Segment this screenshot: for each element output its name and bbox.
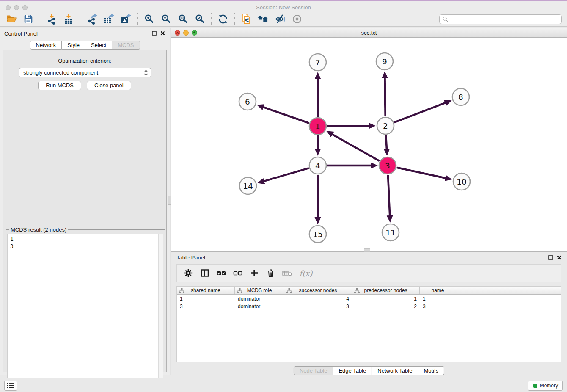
homes-icon: [257, 14, 270, 25]
table-cell[interactable]: 3: [420, 304, 456, 309]
column-header-label: successor nodes: [299, 287, 337, 293]
memory-button[interactable]: Memory: [528, 381, 563, 391]
show-panels-button[interactable]: [4, 381, 17, 391]
criterion-dropdown[interactable]: strongly connected component: [19, 68, 151, 77]
delete-column-button[interactable]: [264, 267, 277, 279]
run-mcds-button[interactable]: Run MCDS: [38, 81, 81, 90]
column-header-MCDS-role[interactable]: MCDS role: [235, 287, 284, 294]
export-network-button[interactable]: [85, 13, 99, 25]
graph-edge-3-1[interactable]: [332, 134, 380, 161]
tab-network[interactable]: Network: [30, 41, 62, 50]
horizontal-splitter-handle[interactable]: [364, 248, 370, 252]
zoom-selected-button[interactable]: [193, 13, 207, 25]
hide-selected-button[interactable]: [273, 13, 287, 25]
table-cell[interactable]: 3: [177, 304, 235, 309]
close-table-panel-icon[interactable]: [556, 255, 562, 260]
column-header-label: MCDS role: [247, 287, 272, 293]
show-hidden-button[interactable]: [290, 13, 304, 25]
import-network-button[interactable]: [44, 13, 59, 25]
column-header-predecessor-nodes[interactable]: predecessor nodes: [352, 287, 420, 294]
float-table-panel-icon[interactable]: [548, 255, 553, 260]
node-table: shared nameMCDS rolesuccessor nodesprede…: [176, 286, 561, 362]
tab-mcds[interactable]: MCDS: [112, 41, 140, 50]
statusbar: Memory: [0, 378, 567, 392]
graph-edge-3-11[interactable]: [388, 175, 390, 216]
network-view-window: x – + scc.txt 1234678910111415: [171, 28, 567, 252]
trash-icon: [266, 268, 275, 278]
network-window-title: scc.txt: [171, 30, 567, 36]
delete-table-button[interactable]: [281, 267, 294, 279]
mcds-result-scrollbar[interactable]: [158, 234, 163, 389]
column-header-shared-name[interactable]: shared name: [177, 287, 235, 294]
graph-node-label-7: 7: [315, 58, 320, 67]
import-table-button[interactable]: [61, 13, 76, 25]
graph-edge-3-10[interactable]: [396, 168, 445, 178]
table-row[interactable]: 1dominator411: [177, 295, 561, 302]
graph-node-label-3: 3: [385, 161, 390, 170]
close-panel-icon[interactable]: [160, 30, 165, 36]
float-panel-icon[interactable]: [151, 30, 157, 36]
table-cell[interactable]: 3: [284, 304, 352, 309]
tab-motifs[interactable]: Motifs: [418, 366, 444, 375]
table-cell[interactable]: dominator: [235, 296, 284, 302]
function-builder-button[interactable]: f(x): [297, 267, 314, 279]
toolbar-separator: [40, 13, 40, 25]
table-cell[interactable]: dominator: [235, 304, 284, 309]
table-cell[interactable]: 1: [177, 296, 235, 302]
search-box[interactable]: [439, 14, 562, 24]
graph-node-label-8: 8: [458, 93, 463, 102]
graph-node-label-14: 14: [243, 182, 253, 190]
table-cell[interactable]: 4: [284, 296, 352, 302]
show-column-button[interactable]: [198, 267, 211, 279]
open-folder-icon: [6, 13, 17, 25]
table-cell[interactable]: 1: [352, 296, 420, 302]
save-session-button[interactable]: [21, 13, 36, 25]
graph-edge-2-8[interactable]: [394, 103, 446, 122]
tab-select[interactable]: Select: [85, 41, 112, 50]
zoom-fit-button[interactable]: [176, 13, 190, 25]
search-input[interactable]: [450, 16, 559, 22]
list-icon: [7, 382, 14, 389]
export-network-icon: [86, 13, 98, 25]
tab-node-table[interactable]: Node Table: [294, 366, 333, 375]
export-table-button[interactable]: [102, 13, 116, 25]
zoom-out-button[interactable]: [159, 13, 173, 25]
mcds-result-fieldset: MCDS result (2 nodes) 13: [6, 229, 165, 391]
graph-edge-2-9[interactable]: [385, 78, 385, 116]
graph-node-label-10: 10: [457, 177, 467, 186]
control-panel-title: Control Panel: [4, 30, 38, 37]
new-network-from-selection-button[interactable]: [239, 13, 253, 25]
show-all-button[interactable]: [256, 13, 270, 25]
graph-node-label-6: 6: [245, 97, 250, 106]
table-cell[interactable]: 2: [352, 304, 420, 309]
graph-edge-2-3[interactable]: [386, 135, 387, 149]
table-row[interactable]: 3dominator323: [177, 303, 561, 310]
session-title: Session: New Session: [0, 4, 567, 11]
node-table-header-row: shared nameMCDS rolesuccessor nodesprede…: [177, 287, 561, 295]
open-session-button[interactable]: [4, 13, 19, 25]
select-all-columns-button[interactable]: [215, 267, 228, 279]
network-canvas[interactable]: 1234678910111415: [171, 38, 567, 251]
tab-edge-table[interactable]: Edge Table: [333, 366, 372, 375]
zoom-in-button[interactable]: [142, 13, 156, 25]
column-header-successor-nodes[interactable]: successor nodes: [284, 287, 352, 294]
table-cell[interactable]: 1: [420, 296, 456, 302]
create-column-button[interactable]: [248, 267, 261, 279]
dropdown-stepper-icon: [144, 69, 148, 76]
tab-network-table[interactable]: Network Table: [372, 366, 418, 375]
table-options-button[interactable]: [182, 267, 195, 279]
unselect-all-columns-button[interactable]: [231, 267, 244, 279]
table-toolbar: f(x): [176, 264, 561, 282]
graph-edge-4-14[interactable]: [264, 168, 308, 181]
zoom-out-icon: [160, 14, 171, 25]
export-image-button[interactable]: [118, 13, 133, 25]
tab-style[interactable]: Style: [62, 41, 85, 50]
close-panel-button[interactable]: Close panel: [87, 81, 131, 90]
refresh-view-button[interactable]: [216, 13, 230, 25]
column-header-name[interactable]: name: [420, 287, 456, 294]
graph-edge-1-6[interactable]: [263, 107, 309, 123]
application-window: Session: New Session: [0, 0, 567, 392]
graph-edge-1-2[interactable]: [327, 126, 369, 126]
column-header-label: shared name: [191, 287, 220, 293]
import-network-icon: [46, 14, 57, 25]
